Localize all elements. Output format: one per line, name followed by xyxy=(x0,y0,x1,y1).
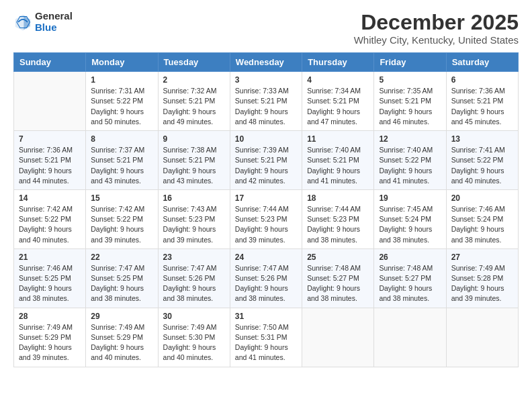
day-number: 18 xyxy=(307,193,369,203)
day-number: 4 xyxy=(307,75,369,85)
day-number: 2 xyxy=(163,75,225,85)
table-row: 3 Sunrise: 7:33 AMSunset: 5:21 PMDayligh… xyxy=(230,72,302,131)
table-row: 26 Sunrise: 7:48 AMSunset: 5:27 PMDaylig… xyxy=(374,248,446,308)
calendar-week-row: 7 Sunrise: 7:36 AMSunset: 5:21 PMDayligh… xyxy=(14,131,519,190)
table-row: 12 Sunrise: 7:40 AMSunset: 5:22 PMDaylig… xyxy=(374,131,446,190)
day-number: 14 xyxy=(19,193,81,203)
table-row: 23 Sunrise: 7:47 AMSunset: 5:26 PMDaylig… xyxy=(158,248,230,308)
logo-icon xyxy=(13,13,32,32)
day-info: Sunrise: 7:39 AMSunset: 5:21 PMDaylight:… xyxy=(235,145,297,186)
day-number: 21 xyxy=(19,253,81,262)
table-row xyxy=(446,308,518,367)
day-number: 28 xyxy=(19,312,81,321)
table-row: 19 Sunrise: 7:45 AMSunset: 5:24 PMDaylig… xyxy=(374,189,446,248)
table-row xyxy=(14,72,86,131)
day-info: Sunrise: 7:48 AMSunset: 5:27 PMDaylight:… xyxy=(307,263,369,304)
calendar-week-row: 1 Sunrise: 7:31 AMSunset: 5:22 PMDayligh… xyxy=(14,72,519,131)
day-info: Sunrise: 7:42 AMSunset: 5:22 PMDaylight:… xyxy=(19,204,81,245)
day-number: 20 xyxy=(451,193,513,203)
day-info: Sunrise: 7:44 AMSunset: 5:23 PMDaylight:… xyxy=(235,204,297,245)
logo: General Blue xyxy=(13,11,73,33)
col-monday: Monday xyxy=(86,53,158,72)
col-saturday: Saturday xyxy=(446,53,518,72)
table-row: 28 Sunrise: 7:49 AMSunset: 5:29 PMDaylig… xyxy=(14,308,86,367)
day-number: 26 xyxy=(379,253,441,262)
calendar-week-row: 21 Sunrise: 7:46 AMSunset: 5:25 PMDaylig… xyxy=(14,248,519,308)
day-info: Sunrise: 7:49 AMSunset: 5:30 PMDaylight:… xyxy=(163,322,225,363)
title-block: December 2025 Whitley City, Kentucky, Un… xyxy=(354,11,519,46)
table-row: 5 Sunrise: 7:35 AMSunset: 5:21 PMDayligh… xyxy=(374,72,446,131)
day-number: 10 xyxy=(235,134,297,144)
table-row: 13 Sunrise: 7:41 AMSunset: 5:22 PMDaylig… xyxy=(446,131,518,190)
table-row: 24 Sunrise: 7:47 AMSunset: 5:26 PMDaylig… xyxy=(230,248,302,308)
table-row xyxy=(302,308,374,367)
month-title: December 2025 xyxy=(354,11,519,34)
day-info: Sunrise: 7:50 AMSunset: 5:31 PMDaylight:… xyxy=(235,322,297,363)
day-number: 13 xyxy=(451,134,513,144)
day-number: 16 xyxy=(163,193,225,203)
logo-general: General xyxy=(35,11,73,22)
day-info: Sunrise: 7:34 AMSunset: 5:21 PMDaylight:… xyxy=(307,86,369,127)
day-number: 29 xyxy=(91,312,152,321)
day-info: Sunrise: 7:46 AMSunset: 5:24 PMDaylight:… xyxy=(451,204,513,245)
table-row: 18 Sunrise: 7:44 AMSunset: 5:23 PMDaylig… xyxy=(302,189,374,248)
calendar-table: Sunday Monday Tuesday Wednesday Thursday… xyxy=(13,52,519,367)
table-row: 2 Sunrise: 7:32 AMSunset: 5:21 PMDayligh… xyxy=(158,72,230,131)
day-info: Sunrise: 7:36 AMSunset: 5:21 PMDaylight:… xyxy=(19,145,81,186)
day-number: 31 xyxy=(235,312,297,321)
day-info: Sunrise: 7:40 AMSunset: 5:22 PMDaylight:… xyxy=(379,145,441,186)
table-row: 8 Sunrise: 7:37 AMSunset: 5:21 PMDayligh… xyxy=(86,131,158,190)
table-row: 25 Sunrise: 7:48 AMSunset: 5:27 PMDaylig… xyxy=(302,248,374,308)
table-row: 11 Sunrise: 7:40 AMSunset: 5:21 PMDaylig… xyxy=(302,131,374,190)
day-number: 30 xyxy=(163,312,225,321)
col-wednesday: Wednesday xyxy=(230,53,302,72)
day-info: Sunrise: 7:47 AMSunset: 5:25 PMDaylight:… xyxy=(91,263,152,304)
col-friday: Friday xyxy=(374,53,446,72)
table-row: 21 Sunrise: 7:46 AMSunset: 5:25 PMDaylig… xyxy=(14,248,86,308)
day-info: Sunrise: 7:49 AMSunset: 5:29 PMDaylight:… xyxy=(19,322,81,363)
table-row: 14 Sunrise: 7:42 AMSunset: 5:22 PMDaylig… xyxy=(14,189,86,248)
day-number: 22 xyxy=(91,253,152,262)
day-info: Sunrise: 7:36 AMSunset: 5:21 PMDaylight:… xyxy=(451,86,513,127)
table-row: 31 Sunrise: 7:50 AMSunset: 5:31 PMDaylig… xyxy=(230,308,302,367)
day-info: Sunrise: 7:42 AMSunset: 5:22 PMDaylight:… xyxy=(91,204,152,245)
day-number: 27 xyxy=(451,253,513,262)
table-row: 9 Sunrise: 7:38 AMSunset: 5:21 PMDayligh… xyxy=(158,131,230,190)
col-tuesday: Tuesday xyxy=(158,53,230,72)
day-info: Sunrise: 7:37 AMSunset: 5:21 PMDaylight:… xyxy=(91,145,152,186)
day-info: Sunrise: 7:45 AMSunset: 5:24 PMDaylight:… xyxy=(379,204,441,245)
day-number: 11 xyxy=(307,134,369,144)
day-number: 7 xyxy=(19,134,81,144)
day-info: Sunrise: 7:48 AMSunset: 5:27 PMDaylight:… xyxy=(379,263,441,304)
day-number: 25 xyxy=(307,253,369,262)
table-row: 4 Sunrise: 7:34 AMSunset: 5:21 PMDayligh… xyxy=(302,72,374,131)
day-number: 19 xyxy=(379,193,441,203)
day-info: Sunrise: 7:47 AMSunset: 5:26 PMDaylight:… xyxy=(235,263,297,304)
day-info: Sunrise: 7:43 AMSunset: 5:23 PMDaylight:… xyxy=(163,204,225,245)
day-number: 6 xyxy=(451,75,513,85)
table-row xyxy=(374,308,446,367)
day-number: 3 xyxy=(235,75,297,85)
day-number: 8 xyxy=(91,134,152,144)
table-row: 30 Sunrise: 7:49 AMSunset: 5:30 PMDaylig… xyxy=(158,308,230,367)
day-number: 17 xyxy=(235,193,297,203)
day-info: Sunrise: 7:46 AMSunset: 5:25 PMDaylight:… xyxy=(19,263,81,304)
table-row: 17 Sunrise: 7:44 AMSunset: 5:23 PMDaylig… xyxy=(230,189,302,248)
day-info: Sunrise: 7:41 AMSunset: 5:22 PMDaylight:… xyxy=(451,145,513,186)
table-row: 22 Sunrise: 7:47 AMSunset: 5:25 PMDaylig… xyxy=(86,248,158,308)
calendar-week-row: 14 Sunrise: 7:42 AMSunset: 5:22 PMDaylig… xyxy=(14,189,519,248)
col-sunday: Sunday xyxy=(14,53,86,72)
day-info: Sunrise: 7:49 AMSunset: 5:29 PMDaylight:… xyxy=(91,322,152,363)
col-thursday: Thursday xyxy=(302,53,374,72)
day-number: 15 xyxy=(91,193,152,203)
calendar-header-row: Sunday Monday Tuesday Wednesday Thursday… xyxy=(14,53,519,72)
table-row: 16 Sunrise: 7:43 AMSunset: 5:23 PMDaylig… xyxy=(158,189,230,248)
table-row: 27 Sunrise: 7:49 AMSunset: 5:28 PMDaylig… xyxy=(446,248,518,308)
location-subtitle: Whitley City, Kentucky, United States xyxy=(354,34,519,46)
logo-text: General Blue xyxy=(35,11,73,33)
table-row: 20 Sunrise: 7:46 AMSunset: 5:24 PMDaylig… xyxy=(446,189,518,248)
day-number: 23 xyxy=(163,253,225,262)
day-info: Sunrise: 7:40 AMSunset: 5:21 PMDaylight:… xyxy=(307,145,369,186)
day-info: Sunrise: 7:33 AMSunset: 5:21 PMDaylight:… xyxy=(235,86,297,127)
day-info: Sunrise: 7:49 AMSunset: 5:28 PMDaylight:… xyxy=(451,263,513,304)
